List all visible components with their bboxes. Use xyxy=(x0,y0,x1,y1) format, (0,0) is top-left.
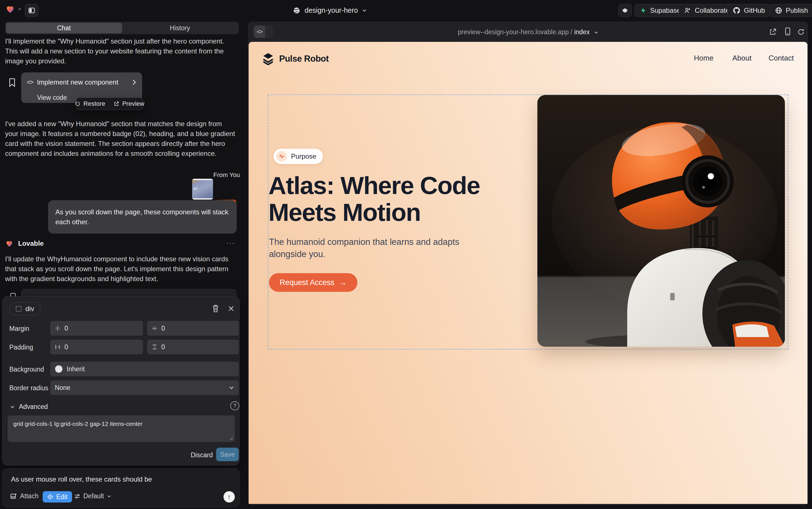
site-logo[interactable]: Pulse Robot xyxy=(262,53,329,65)
background-label: Background xyxy=(9,366,44,373)
settings-button[interactable] xyxy=(618,4,632,17)
transparency-swatch-icon xyxy=(55,365,63,373)
nav-home[interactable]: Home xyxy=(694,54,713,63)
chevron-down-icon xyxy=(594,30,598,35)
lovable-app: design-your-hero Supabase Collaborate Gi… xyxy=(0,0,812,509)
supabase-button[interactable]: Supabase xyxy=(635,4,686,17)
padding-x-input[interactable]: 0 xyxy=(50,340,143,354)
assistant-message-1: I'll implement the "Why Humanoid" sectio… xyxy=(5,36,234,66)
trash-icon[interactable] xyxy=(212,305,219,312)
chevron-down-icon xyxy=(17,7,22,11)
margin-label: Margin xyxy=(9,325,29,333)
assistant-name: Lovable xyxy=(18,239,44,247)
sliders-icon xyxy=(74,493,80,500)
background-input[interactable]: Inherit xyxy=(50,362,239,376)
padding-label: Padding xyxy=(9,344,33,351)
project-name: design-your-hero xyxy=(304,6,358,14)
site-viewport: Pulse Robot Home About Contact Purpose A… xyxy=(249,42,808,504)
globe-icon xyxy=(293,6,301,14)
padding-vertical-icon xyxy=(152,344,157,350)
gear-icon xyxy=(621,7,629,14)
advanced-classes-textarea[interactable]: grid grid-cols-1 lg:grid-cols-2 gap-12 i… xyxy=(8,415,235,442)
preview-button[interactable]: Preview xyxy=(114,100,144,107)
chevron-down-icon xyxy=(107,494,111,499)
purpose-badge: Purpose xyxy=(273,149,323,164)
chevron-down-icon xyxy=(10,404,15,409)
publish-globe-icon xyxy=(775,7,782,14)
assistant-header: Lovable xyxy=(5,239,44,248)
from-you-label: From You xyxy=(213,171,240,179)
app-menu[interactable] xyxy=(5,4,22,14)
chevron-down-icon xyxy=(362,8,367,13)
arrow-right-icon: → xyxy=(339,278,347,287)
user-message-bubble: As you scroll down the page, these compo… xyxy=(48,200,237,234)
open-external-icon[interactable] xyxy=(769,28,777,36)
tab-chat[interactable]: Chat xyxy=(6,23,122,33)
margin-y-input[interactable]: 0 xyxy=(147,321,239,336)
layers-icon xyxy=(262,53,274,65)
help-icon[interactable]: ? xyxy=(230,401,239,410)
sidebar-toggle-button[interactable] xyxy=(25,4,38,17)
chevron-down-icon xyxy=(229,385,234,391)
tab-history[interactable]: History xyxy=(122,23,238,33)
close-icon[interactable] xyxy=(228,305,234,312)
chevron-right-icon xyxy=(132,79,137,86)
request-access-button[interactable]: Request Access → xyxy=(269,273,358,292)
lovable-heart-icon xyxy=(5,4,15,14)
card-title: Implement new component xyxy=(37,78,128,86)
save-button[interactable]: Save xyxy=(216,448,239,461)
chat-composer: As user mouse roll over, these cards sho… xyxy=(2,468,239,507)
restore-icon xyxy=(75,101,80,107)
pulse-icon xyxy=(276,151,287,162)
lovable-heart-icon xyxy=(5,239,13,248)
code-icon: <> xyxy=(27,79,33,86)
mobile-view-icon[interactable] xyxy=(784,27,792,36)
composer-input[interactable]: As user mouse roll over, these cards sho… xyxy=(11,475,231,483)
collaborate-button[interactable]: Collaborate xyxy=(679,4,735,17)
github-icon xyxy=(733,6,740,14)
margin-x-input[interactable]: 0 xyxy=(50,321,143,336)
attachment-thumbnail-1[interactable] xyxy=(192,179,213,200)
nav-about[interactable]: About xyxy=(732,54,751,63)
preview-url[interactable]: preview--design-your-hero.lovable.app / … xyxy=(248,28,808,36)
attach-button[interactable]: Attach xyxy=(10,492,38,500)
padding-y-input[interactable]: 0 xyxy=(147,340,239,354)
discard-button[interactable]: Discard xyxy=(189,451,215,459)
github-button[interactable]: GitHub xyxy=(727,4,771,17)
padding-horizontal-icon xyxy=(55,344,61,350)
bookmark-icon[interactable] xyxy=(8,78,16,87)
restore-button[interactable]: Restore xyxy=(75,100,105,107)
preview-frame: <> preview--design-your-hero.lovable.app… xyxy=(248,22,808,505)
collaborate-icon xyxy=(684,7,691,14)
restore-preview-toolbar: Restore Preview xyxy=(76,98,143,110)
margin-horizontal-icon xyxy=(55,326,61,331)
attach-image-icon xyxy=(10,493,17,500)
border-radius-label: Border radius xyxy=(9,384,48,392)
advanced-toggle[interactable]: Advanced xyxy=(10,403,48,411)
border-radius-select[interactable]: None xyxy=(50,380,239,395)
mode-select[interactable]: Default xyxy=(74,492,111,500)
margin-vertical-icon xyxy=(152,326,157,331)
chat-history-tabs: Chat History xyxy=(5,22,239,34)
sidebar-icon xyxy=(28,7,35,14)
message-menu-button[interactable]: ··· xyxy=(226,239,235,247)
style-inspector-panel: div Margin 0 0 Padding 0 xyxy=(2,296,239,466)
target-icon xyxy=(47,494,53,500)
supabase-icon xyxy=(640,7,647,14)
external-link-icon xyxy=(114,101,119,107)
project-switcher[interactable]: design-your-hero xyxy=(293,6,367,14)
hero-subtext: The humanoid companion that learns and a… xyxy=(269,236,459,260)
hero-heading: Atlas: Where Code Meets Motion xyxy=(268,172,480,226)
assistant-message-3: I'll update the WhyHumanoid component to… xyxy=(5,254,233,284)
assistant-message-2: I've added a new "Why Humanoid" section … xyxy=(5,119,236,158)
publish-button[interactable]: Publish xyxy=(770,4,812,17)
refresh-icon[interactable] xyxy=(797,28,805,36)
element-outline-icon xyxy=(16,306,22,312)
edit-mode-button[interactable]: Edit xyxy=(43,491,72,503)
nav-contact[interactable]: Contact xyxy=(769,54,794,63)
resize-handle[interactable] xyxy=(229,436,233,440)
send-button[interactable]: ↑ xyxy=(223,491,235,503)
selected-element-chip[interactable]: div xyxy=(9,302,41,315)
implement-card-partial[interactable] xyxy=(21,289,236,297)
hero-robot-image xyxy=(538,95,785,347)
